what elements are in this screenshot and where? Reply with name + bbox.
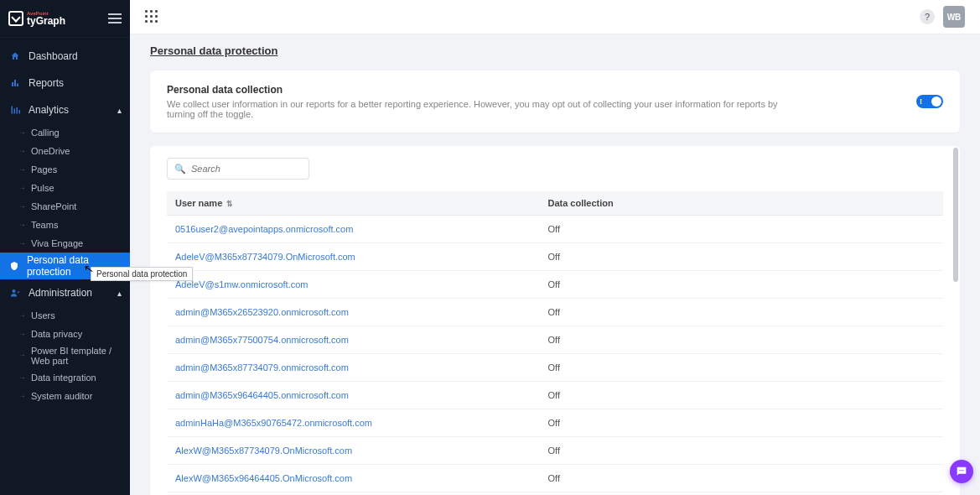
arrow-icon: → (18, 352, 26, 360)
page-title: Personal data protection (150, 44, 960, 57)
table-row: admin@M365x96464405.onmicrosoft.comOff (167, 382, 943, 409)
sidebar-admin-label: Administration (29, 287, 92, 299)
cell-datacollection: Off (539, 465, 943, 492)
cell-datacollection: Off (539, 243, 943, 271)
sidebar-sub-sysauditor[interactable]: →System auditor (0, 387, 130, 405)
sidebar-sub-viva[interactable]: →Viva Engage (0, 234, 130, 253)
cell-username[interactable]: AlexW@M365x96464405.OnMicrosoft.com (167, 465, 539, 492)
topbar: ? WB (130, 0, 980, 34)
shield-icon (8, 261, 20, 271)
table-row: admin@M365x77500754.onmicrosoft.comOff (167, 326, 943, 354)
menu-toggle-icon[interactable] (108, 13, 122, 23)
sidebar-sub-powerbi[interactable]: →Power BI template / Web part (0, 343, 130, 368)
analytics-icon (8, 105, 22, 115)
arrow-icon: → (18, 239, 26, 248)
cell-datacollection: Off (539, 299, 943, 326)
table-row: AdeleV@M365x87734079.OnMicrosoft.comOff (167, 243, 943, 271)
arrow-icon: → (18, 202, 26, 211)
svg-point-1 (959, 470, 960, 471)
sidebar-sub-onedrive[interactable]: →OneDrive (0, 142, 130, 160)
search-input[interactable] (191, 164, 308, 174)
arrow-icon: → (18, 147, 26, 155)
cell-datacollection: Off (539, 271, 943, 299)
cell-username[interactable]: 0516user2@avepointapps.onmicrosoft.com (167, 216, 539, 243)
col-username[interactable]: User name ⇅ (167, 191, 539, 216)
sidebar-reports-label: Reports (29, 77, 64, 89)
apps-grid-icon[interactable] (145, 10, 158, 23)
cell-username[interactable]: AdeleV@s1mw.onmicrosoft.com (167, 271, 539, 299)
cell-datacollection: Off (539, 382, 943, 409)
col-datacollection[interactable]: Data collection (539, 191, 943, 216)
sidebar-sub-teams[interactable]: →Teams (0, 216, 130, 234)
sort-icon: ⇅ (226, 200, 233, 208)
sidebar-sub-calling[interactable]: →Calling (0, 123, 130, 142)
arrow-icon: → (18, 392, 26, 400)
card-title: Personal data collection (167, 84, 943, 96)
logo[interactable]: AvePoint tyGraph (8, 11, 65, 26)
sidebar-sub-dataprivacy[interactable]: →Data privacy (0, 325, 130, 343)
sidebar-item-administration[interactable]: Administration ▴ (0, 279, 130, 306)
arrow-icon: → (18, 311, 26, 320)
admin-icon (8, 288, 22, 298)
sidebar-sub-dataintegration[interactable]: →Data integration (0, 368, 130, 387)
card-data-collection: Personal data collection We collect user… (150, 70, 960, 133)
table-row: 0516user2@avepointapps.onmicrosoft.comOf… (167, 216, 943, 243)
arrow-icon: → (18, 165, 26, 174)
sidebar-analytics-label: Analytics (29, 104, 69, 116)
sidebar: AvePoint tyGraph Dashboard Reports (0, 0, 130, 495)
scrollbar[interactable] (953, 148, 958, 495)
cell-username[interactable]: AdeleV@M365x87734079.OnMicrosoft.com (167, 243, 539, 271)
cell-datacollection: Off (539, 216, 943, 243)
sidebar-item-analytics[interactable]: Analytics ▴ (0, 96, 130, 123)
cell-username[interactable]: admin@M365x87734079.onmicrosoft.com (167, 354, 539, 382)
cell-username[interactable]: admin@M365x77500754.onmicrosoft.com (167, 326, 539, 354)
search-icon: 🔍 (174, 164, 186, 175)
sidebar-item-reports[interactable]: Reports (0, 70, 130, 96)
cell-datacollection: Off (539, 326, 943, 354)
toggle-info-icon: ! (920, 97, 922, 106)
avatar[interactable]: WB (943, 6, 965, 28)
table-row: adminHaHa@M365x90765472.onmicrosoft.comO… (167, 409, 943, 437)
arrow-icon: → (18, 184, 26, 192)
scrollbar-thumb[interactable] (953, 148, 958, 282)
table-row: AlexW@M365x96464405.OnMicrosoft.comOff (167, 465, 943, 492)
svg-point-2 (961, 470, 962, 471)
table-row: admin@M365x26523920.onmicrosoft.comOff (167, 299, 943, 326)
sidebar-sub-pulse[interactable]: →Pulse (0, 179, 130, 197)
svg-point-0 (13, 289, 16, 293)
sidebar-dashboard-label: Dashboard (29, 50, 78, 62)
card-subtitle: We collect user information in our repor… (167, 99, 788, 119)
caret-up-icon: ▴ (117, 289, 122, 298)
chart-icon (8, 78, 22, 88)
table-row: admin@M365x87734079.onmicrosoft.comOff (167, 354, 943, 382)
cell-username[interactable]: admin@M365x26523920.onmicrosoft.com (167, 299, 539, 326)
cell-datacollection: Off (539, 354, 943, 382)
collection-toggle[interactable]: ! (916, 95, 943, 108)
table-row: AlexW@M365x87734079.OnMicrosoft.comOff (167, 437, 943, 465)
chat-icon (955, 465, 968, 478)
chat-fab[interactable] (950, 460, 973, 483)
toggle-knob (931, 96, 941, 107)
table-row: AdeleV@s1mw.onmicrosoft.comOff (167, 271, 943, 299)
logo-icon (8, 11, 23, 26)
card-user-table: 🔍 User name ⇅ Data collection (150, 146, 960, 495)
cell-datacollection: Off (539, 437, 943, 465)
caret-up-icon: ▴ (117, 106, 122, 115)
arrow-icon: → (18, 128, 26, 137)
arrow-icon: → (18, 373, 26, 382)
users-table: User name ⇅ Data collection 0516user2@av… (167, 191, 943, 492)
sidebar-sub-users[interactable]: →Users (0, 306, 130, 325)
sidebar-header: AvePoint tyGraph (0, 0, 130, 38)
cell-username[interactable]: AlexW@M365x87734079.OnMicrosoft.com (167, 437, 539, 465)
home-icon (8, 51, 22, 61)
cell-username[interactable]: adminHaHa@M365x90765472.onmicrosoft.com (167, 409, 539, 437)
tooltip: Personal data protection (91, 267, 193, 281)
search-box[interactable]: 🔍 (167, 158, 309, 180)
arrow-icon: → (18, 221, 26, 229)
sidebar-sub-pages[interactable]: →Pages (0, 160, 130, 179)
cell-username[interactable]: admin@M365x96464405.onmicrosoft.com (167, 382, 539, 409)
help-icon[interactable]: ? (920, 9, 935, 24)
sidebar-sub-sharepoint[interactable]: →SharePoint (0, 197, 130, 216)
sidebar-item-dashboard[interactable]: Dashboard (0, 43, 130, 70)
cell-datacollection: Off (539, 409, 943, 437)
